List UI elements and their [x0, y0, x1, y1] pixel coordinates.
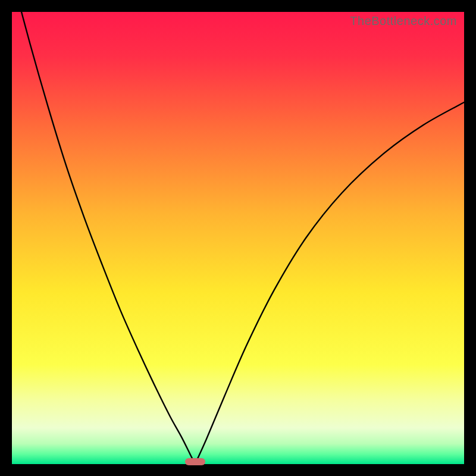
curve-right-branch [195, 102, 464, 464]
curve-left-branch [12, 12, 195, 464]
optimal-point-marker [185, 458, 205, 465]
plot-area: TheBottleneck.com [12, 12, 464, 464]
bottleneck-curve [12, 12, 464, 464]
watermark-text: TheBottleneck.com [350, 14, 457, 28]
